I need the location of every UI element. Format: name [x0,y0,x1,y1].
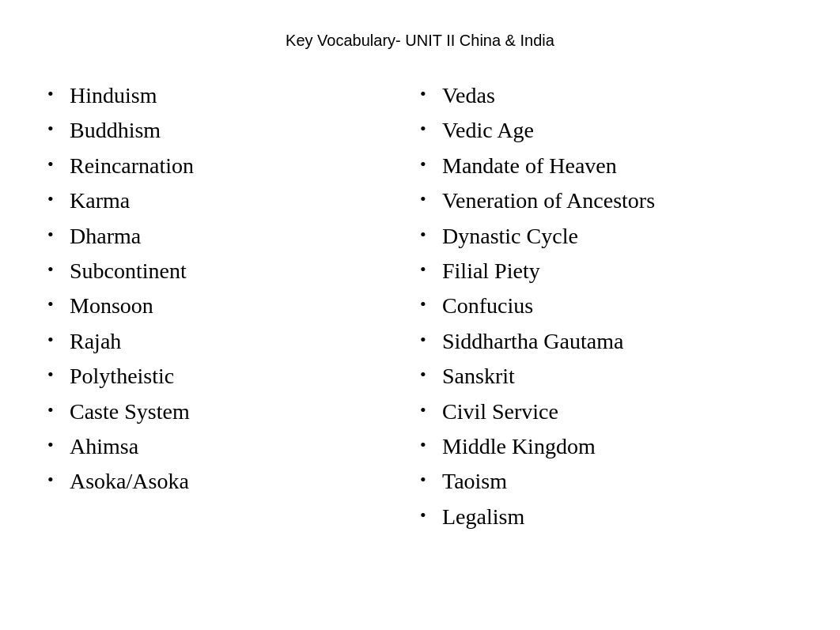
vocab-term: Veneration of Ancestors [442,187,655,215]
bullet-icon: • [47,224,63,247]
vocab-term: Asoka/Asoka [70,467,189,496]
vocab-term: Rajah [70,327,121,356]
list-item: •Dynastic Cycle [420,222,793,251]
list-item: •Karma [47,187,420,215]
bullet-icon: • [47,153,63,176]
bullet-icon: • [420,83,436,106]
bullet-icon: • [420,364,436,387]
bullet-icon: • [47,258,63,281]
bullet-icon: • [47,399,63,422]
left-column: •Hinduism•Buddhism•Reincarnation•Karma•D… [47,81,420,503]
bullet-icon: • [47,329,63,352]
bullet-icon: • [420,329,436,352]
bullet-icon: • [420,118,436,141]
list-item: •Polytheistic [47,362,420,390]
bullet-icon: • [420,399,436,422]
list-item: •Vedas [420,81,793,110]
list-item: •Asoka/Asoka [47,467,420,496]
left-vocab-list: •Hinduism•Buddhism•Reincarnation•Karma•D… [47,81,420,503]
vocab-term: Reincarnation [70,152,194,180]
vocab-term: Polytheistic [70,362,174,390]
bullet-icon: • [47,469,63,492]
vocab-term: Civil Service [442,398,558,426]
list-item: •Taoism [420,467,793,496]
vocab-term: Caste System [70,398,190,426]
vocab-term: Sanskrit [442,362,515,390]
vocab-term: Dynastic Cycle [442,222,578,251]
vocab-term: Monsoon [70,292,153,320]
bullet-icon: • [420,224,436,247]
list-item: •Veneration of Ancestors [420,187,793,215]
bullet-icon: • [47,293,63,316]
bullet-icon: • [420,504,436,527]
vocab-term: Taoism [442,467,507,496]
bullet-icon: • [420,293,436,316]
page-container: Key Vocabulary- UNIT II China & India •H… [0,0,840,630]
list-item: •Buddhism [47,116,420,145]
bullet-icon: • [420,188,436,211]
vocab-term: Hinduism [70,81,157,110]
vocab-term: Dharma [70,222,141,251]
bullet-icon: • [47,188,63,211]
bullet-icon: • [420,434,436,457]
list-item: •Sanskrit [420,362,793,390]
vocab-term: Buddhism [70,116,161,145]
list-item: •Civil Service [420,398,793,426]
vocab-term: Middle Kingdom [442,432,596,461]
list-item: •Rajah [47,327,420,356]
right-vocab-list: •Vedas•Vedic Age•Mandate of Heaven•Vener… [420,81,793,538]
list-item: •Hinduism [47,81,420,110]
vocab-term: Vedic Age [442,116,534,145]
bullet-icon: • [47,364,63,387]
list-item: •Monsoon [47,292,420,320]
vocab-term: Confucius [442,292,533,320]
bullet-icon: • [47,118,63,141]
bullet-icon: • [420,153,436,176]
list-item: •Filial Piety [420,257,793,285]
bullet-icon: • [420,258,436,281]
list-item: •Middle Kingdom [420,432,793,461]
vocab-term: Legalism [442,503,524,531]
vocab-term: Siddhartha Gautama [442,327,623,356]
list-item: •Confucius [420,292,793,320]
columns-container: •Hinduism•Buddhism•Reincarnation•Karma•D… [47,81,793,538]
right-column: •Vedas•Vedic Age•Mandate of Heaven•Vener… [420,81,793,538]
list-item: •Dharma [47,222,420,251]
bullet-icon: • [47,434,63,457]
list-item: •Vedic Age [420,116,793,145]
vocab-term: Vedas [442,81,495,110]
bullet-icon: • [47,83,63,106]
list-item: •Siddhartha Gautama [420,327,793,356]
bullet-icon: • [420,469,436,492]
list-item: •Caste System [47,398,420,426]
vocab-term: Mandate of Heaven [442,152,617,180]
list-item: •Ahimsa [47,432,420,461]
list-item: •Subcontinent [47,257,420,285]
list-item: •Legalism [420,503,793,531]
vocab-term: Ahimsa [70,432,138,461]
page-title: Key Vocabulary- UNIT II China & India [286,32,554,50]
list-item: •Mandate of Heaven [420,152,793,180]
vocab-term: Subcontinent [70,257,187,285]
vocab-term: Filial Piety [442,257,540,285]
list-item: •Reincarnation [47,152,420,180]
vocab-term: Karma [70,187,130,215]
